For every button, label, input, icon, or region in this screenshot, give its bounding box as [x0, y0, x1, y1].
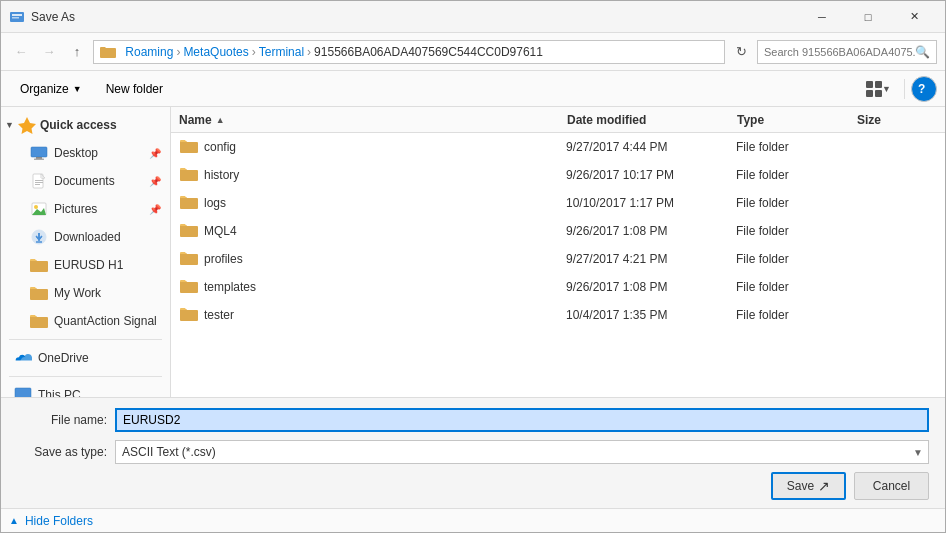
filetype-label: Save as type:: [17, 445, 107, 459]
address-breadcrumb[interactable]: Roaming › MetaQuotes › Terminal › 915566…: [93, 40, 725, 64]
mywork-folder-icon: [30, 284, 48, 302]
downloaded-label: Downloaded: [54, 230, 161, 244]
sidebar-item-eurusd[interactable]: EURUSD H1: [1, 251, 170, 279]
main-area: ▼ Quick access Desktop 📌: [1, 107, 945, 397]
minimize-button[interactable]: ─: [799, 1, 845, 33]
file-name: templates: [204, 280, 256, 294]
forward-button[interactable]: →: [37, 40, 61, 64]
breadcrumb-metaquotes[interactable]: MetaQuotes: [183, 45, 248, 59]
col-type-header[interactable]: Type: [737, 113, 857, 127]
view-button[interactable]: ▼: [859, 76, 898, 102]
dialog-title: Save As: [31, 10, 799, 24]
new-folder-button[interactable]: New folder: [95, 76, 174, 102]
quick-access-header[interactable]: ▼ Quick access: [1, 111, 170, 139]
search-box[interactable]: 🔍: [757, 40, 937, 64]
title-bar: Save As ─ □ ✕: [1, 1, 945, 33]
file-name: logs: [204, 196, 226, 210]
search-input[interactable]: [764, 46, 915, 58]
folder-icon: [180, 279, 198, 296]
organize-button[interactable]: Organize ▼: [9, 76, 93, 102]
close-button[interactable]: ✕: [891, 1, 937, 33]
filename-row: File name:: [17, 408, 929, 432]
hide-folders-row[interactable]: ▲ Hide Folders: [1, 508, 945, 532]
eurusd-folder-icon: [30, 256, 48, 274]
table-row[interactable]: history 9/26/2017 10:17 PM File folder: [171, 161, 945, 189]
table-row[interactable]: templates 9/26/2017 1:08 PM File folder: [171, 273, 945, 301]
col-name-header[interactable]: Name ▲: [179, 113, 567, 127]
pictures-label: Pictures: [54, 202, 143, 216]
documents-pin: 📌: [149, 176, 161, 187]
hide-folders-arrow: ▲: [9, 515, 19, 526]
pictures-icon: [30, 200, 48, 218]
table-row[interactable]: MQL4 9/26/2017 1:08 PM File folder: [171, 217, 945, 245]
save-button[interactable]: Save ↗: [771, 472, 846, 500]
documents-label: Documents: [54, 174, 143, 188]
sidebar-item-pictures[interactable]: Pictures 📌: [1, 195, 170, 223]
filename-input[interactable]: [115, 408, 929, 432]
eurusd-label: EURUSD H1: [54, 258, 161, 272]
refresh-button[interactable]: ↻: [729, 40, 753, 64]
search-icon: 🔍: [915, 45, 930, 59]
file-name: history: [204, 168, 239, 182]
file-type-cell: File folder: [736, 140, 856, 154]
filetype-select-wrapper: ASCII Text (*.csv) ▼: [115, 440, 929, 464]
svg-rect-3: [866, 81, 873, 88]
file-name: MQL4: [204, 224, 237, 238]
cancel-button[interactable]: Cancel: [854, 472, 929, 500]
file-type-cell: File folder: [736, 252, 856, 266]
view-icon: [866, 81, 882, 97]
svg-rect-10: [34, 159, 44, 161]
cancel-label: Cancel: [873, 479, 910, 493]
downloaded-icon: [30, 228, 48, 246]
filetype-select[interactable]: ASCII Text (*.csv): [115, 440, 929, 464]
file-date-cell: 9/26/2017 1:08 PM: [566, 280, 736, 294]
sidebar-item-downloaded[interactable]: Downloaded: [1, 223, 170, 251]
up-button[interactable]: ↑: [65, 40, 89, 64]
folder-icon: [180, 167, 198, 184]
toolbar: Organize ▼ New folder ▼ ?: [1, 71, 945, 107]
svg-point-16: [34, 205, 38, 209]
svg-rect-6: [875, 90, 882, 97]
folder-icon: [180, 139, 198, 156]
sidebar-item-documents[interactable]: Documents 📌: [1, 167, 170, 195]
table-row[interactable]: tester 10/4/2017 1:35 PM File folder: [171, 301, 945, 329]
desktop-icon: [30, 144, 48, 162]
file-date-cell: 10/10/2017 1:17 PM: [566, 196, 736, 210]
sidebar-item-desktop[interactable]: Desktop 📌: [1, 139, 170, 167]
col-size-header[interactable]: Size: [857, 113, 937, 127]
hide-folders-label: Hide Folders: [25, 514, 93, 528]
svg-rect-13: [35, 182, 43, 183]
breadcrumb-terminal[interactable]: Terminal: [259, 45, 304, 59]
sidebar-divider-2: [9, 376, 162, 377]
maximize-button[interactable]: □: [845, 1, 891, 33]
table-row[interactable]: profiles 9/27/2017 4:21 PM File folder: [171, 245, 945, 273]
col-size-label: Size: [857, 113, 881, 127]
file-name: tester: [204, 308, 234, 322]
col-date-header[interactable]: Date modified: [567, 113, 737, 127]
desktop-pin: 📌: [149, 148, 161, 159]
table-row[interactable]: logs 10/10/2017 1:17 PM File folder: [171, 189, 945, 217]
sidebar-item-quantaction[interactable]: QuantAction Signal: [1, 307, 170, 335]
quick-access-chevron: ▼: [5, 120, 14, 130]
sort-arrow: ▲: [216, 115, 225, 125]
col-name-label: Name: [179, 113, 212, 127]
filename-label: File name:: [17, 413, 107, 427]
file-date-cell: 9/27/2017 4:21 PM: [566, 252, 736, 266]
folder-icon: [180, 251, 198, 268]
help-button[interactable]: ?: [911, 76, 937, 102]
organize-label: Organize: [20, 82, 69, 96]
breadcrumb-id[interactable]: 915566BA06ADA407569C544CC0D97611: [314, 45, 543, 59]
sidebar-item-onedrive[interactable]: OneDrive: [1, 344, 170, 372]
back-button[interactable]: ←: [9, 40, 33, 64]
file-area: Name ▲ Date modified Type Size: [171, 107, 945, 397]
organize-arrow: ▼: [73, 84, 82, 94]
desktop-label: Desktop: [54, 146, 143, 160]
breadcrumb-roaming[interactable]: Roaming: [125, 45, 173, 59]
sidebar-item-thispc[interactable]: This PC: [1, 381, 170, 397]
new-folder-label: New folder: [106, 82, 163, 96]
save-label: Save: [787, 479, 814, 493]
table-row[interactable]: config 9/27/2017 4:44 PM File folder: [171, 133, 945, 161]
file-name: profiles: [204, 252, 243, 266]
onedrive-label: OneDrive: [38, 351, 161, 365]
sidebar-item-mywork[interactable]: My Work: [1, 279, 170, 307]
